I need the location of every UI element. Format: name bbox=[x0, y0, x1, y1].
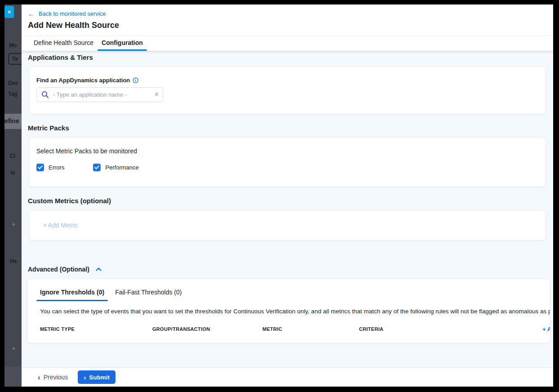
underlying-text-fragment: Cl bbox=[10, 153, 15, 159]
advanced-heading-label: Advanced (Optional) bbox=[28, 266, 89, 273]
underlying-footer-band bbox=[4, 367, 22, 387]
underlying-text-fragment: Te bbox=[12, 56, 18, 62]
search-icon bbox=[41, 91, 49, 98]
column-header-metric-type: METRIC TYPE bbox=[40, 326, 152, 332]
underlying-input-fragment: Te bbox=[8, 53, 22, 65]
close-icon[interactable]: × bbox=[4, 6, 14, 18]
applications-tiers-heading: Applications & Tiers bbox=[28, 53, 546, 61]
app-stage: × Mo Te Des Tag efine Cl N + He + ← Back… bbox=[4, 4, 553, 387]
underlying-text-fragment: efine bbox=[4, 117, 19, 125]
previous-button-label: Previous bbox=[44, 374, 68, 381]
thresholds-tabbar: Ignore Thresholds (0) Fail-Fast Threshol… bbox=[27, 289, 550, 301]
plus-icon: + bbox=[43, 221, 47, 229]
add-metric-label: Add Metric bbox=[48, 222, 78, 229]
find-application-label-text: Find an AppDynamics application bbox=[36, 77, 130, 84]
performance-checkbox[interactable]: Performance bbox=[93, 164, 138, 171]
clear-search-icon[interactable]: × bbox=[155, 90, 159, 99]
metric-packs-options: Errors Performance bbox=[36, 164, 538, 171]
submit-button[interactable]: › Submit bbox=[78, 370, 115, 384]
column-header-group-transaction: GROUP/TRANSACTION bbox=[152, 326, 262, 332]
thresholds-description: You can select the type of events that y… bbox=[40, 307, 550, 316]
info-icon[interactable] bbox=[133, 77, 138, 83]
chevron-up-icon bbox=[96, 267, 102, 271]
underlying-text-fragment: He bbox=[10, 258, 17, 264]
previous-button[interactable]: ‹ Previous bbox=[38, 374, 68, 381]
column-header-metric: METRIC bbox=[262, 326, 359, 332]
tab-configuration[interactable]: Configuration bbox=[98, 39, 147, 51]
add-threshold-button[interactable]: + Add Threshold bbox=[542, 326, 550, 333]
tab-ignore-thresholds[interactable]: Ignore Thresholds (0) bbox=[36, 289, 108, 301]
dimmed-underlying-page: × Mo Te Des Tag efine Cl N + He + bbox=[4, 4, 22, 387]
advanced-thresholds-card: Ignore Thresholds (0) Fail-Fast Threshol… bbox=[27, 278, 550, 343]
metric-packs-heading: Metric Packs bbox=[28, 124, 546, 132]
checkbox-checked-icon bbox=[93, 164, 101, 171]
tab-define-health-source[interactable]: Define Health Source bbox=[30, 39, 98, 51]
thresholds-table-header: METRIC TYPE GROUP/TRANSACTION METRIC CRI… bbox=[40, 322, 550, 336]
metric-packs-card: Select Metric Packs to be monitored Erro… bbox=[29, 137, 546, 187]
chevron-right-icon: › bbox=[84, 374, 86, 381]
back-arrow-icon: ← bbox=[28, 10, 35, 17]
underlying-plus-fragment: + bbox=[12, 220, 16, 228]
applications-tiers-card: Find an AppDynamics application × bbox=[29, 67, 546, 114]
submit-button-label: Submit bbox=[89, 374, 110, 381]
drawer-header: ← Back to monitored service Add New Heal… bbox=[22, 4, 553, 36]
add-health-source-drawer: ← Back to monitored service Add New Heal… bbox=[22, 4, 553, 387]
underlying-text-fragment: Tag bbox=[8, 91, 17, 97]
custom-metrics-card: + Add Metric bbox=[29, 210, 546, 241]
add-metric-button[interactable]: + Add Metric bbox=[43, 221, 78, 229]
custom-metrics-heading: Custom Metrics (optional) bbox=[28, 197, 546, 205]
back-link-label: Back to monitored service bbox=[39, 10, 106, 17]
back-to-monitored-service-link[interactable]: ← Back to monitored service bbox=[28, 10, 106, 17]
errors-checkbox[interactable]: Errors bbox=[36, 164, 64, 171]
configuration-content: Applications & Tiers Find an AppDynamics… bbox=[22, 51, 553, 367]
checkbox-checked-icon bbox=[36, 164, 44, 171]
wizard-tabbar: Define Health Source Configuration bbox=[22, 36, 553, 51]
underlying-text-fragment: Des bbox=[8, 80, 18, 86]
application-search: × bbox=[36, 87, 163, 102]
application-search-input[interactable] bbox=[36, 87, 163, 102]
advanced-optional-toggle[interactable]: Advanced (Optional) bbox=[28, 266, 102, 273]
errors-checkbox-label: Errors bbox=[49, 164, 64, 171]
tab-fail-fast-thresholds[interactable]: Fail-Fast Thresholds (0) bbox=[111, 289, 185, 301]
chevron-left-icon: ‹ bbox=[38, 374, 40, 381]
underlying-text-fragment: N bbox=[11, 170, 15, 176]
performance-checkbox-label: Performance bbox=[105, 164, 138, 171]
page-title: Add New Health Source bbox=[28, 21, 553, 30]
metric-packs-subtitle: Select Metric Packs to be monitored bbox=[36, 147, 538, 155]
column-header-criteria: CRITERIA bbox=[359, 326, 542, 332]
underlying-plus-fragment: + bbox=[12, 344, 16, 352]
find-application-label: Find an AppDynamics application bbox=[36, 77, 138, 84]
drawer-footer: ‹ Previous › Submit bbox=[22, 367, 553, 387]
underlying-text-fragment: Mo bbox=[9, 42, 17, 49]
